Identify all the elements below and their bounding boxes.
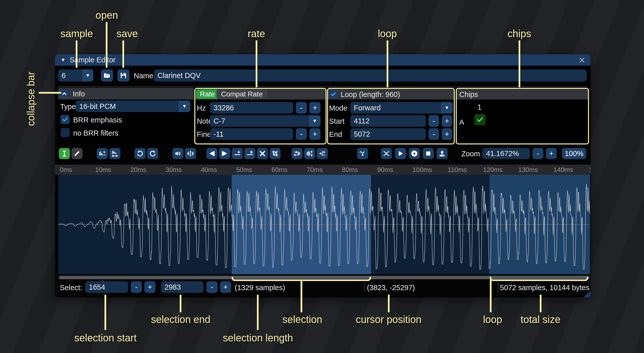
- save-sample-button[interactable]: [117, 69, 129, 82]
- time-ruler[interactable]: 0ms10ms20ms30ms40ms50ms60ms70ms80ms90ms1…: [55, 165, 591, 175]
- ruler-tick: 50ms: [236, 166, 252, 174]
- annotation-selection-start: selection start: [74, 332, 137, 344]
- chevron-down-icon[interactable]: ▼: [441, 102, 453, 114]
- window-resize-grip[interactable]: [583, 290, 591, 297]
- resize-button[interactable]: [97, 148, 108, 159]
- annotation-line-selection-length: [257, 295, 259, 330]
- hz-plus-button[interactable]: +: [309, 102, 320, 114]
- upload-to-device-button[interactable]: [437, 148, 448, 159]
- stop-preview-button[interactable]: [423, 148, 434, 159]
- delete-button[interactable]: [257, 148, 268, 159]
- trim-button[interactable]: [270, 148, 281, 159]
- zoom-reset-button[interactable]: 100%: [562, 148, 586, 159]
- zoom-input[interactable]: 41.1672%: [482, 148, 530, 159]
- annotation-bracket-loop: [490, 277, 588, 281]
- edit-mode-select-button[interactable]: [59, 148, 70, 159]
- loop-section-header: Loop (length: 960): [328, 89, 454, 99]
- resample-button[interactable]: [109, 148, 120, 159]
- loop-end-input[interactable]: 5072: [350, 128, 426, 140]
- ruler-tick: 20ms: [130, 166, 146, 174]
- sample-number-dropdown[interactable]: 6 ▼: [58, 69, 93, 82]
- loop-mode-dropdown[interactable]: Forward ▼: [350, 102, 453, 114]
- preview-button[interactable]: [395, 148, 406, 159]
- fine-value: -11: [213, 130, 224, 138]
- selection-end-minus-button[interactable]: -: [206, 281, 218, 293]
- annotation-line-selection: [301, 280, 302, 312]
- no-brr-filters-checkbox[interactable]: [61, 128, 70, 137]
- fine-minus-button[interactable]: -: [296, 128, 307, 140]
- amplify-button[interactable]: [172, 148, 183, 159]
- divider: [58, 87, 587, 87]
- selection-start-input[interactable]: 1654: [85, 281, 128, 293]
- fade-out-icon: [221, 150, 228, 157]
- rate-section: Rate Compat Rate Hz 33286 - + Note C-7 ▼…: [194, 88, 327, 144]
- selection-start-value: 1654: [89, 283, 105, 291]
- annotation-line-open: [106, 22, 108, 68]
- zoom-out-button[interactable]: -: [532, 148, 543, 159]
- insert-silence-button[interactable]: [232, 148, 243, 159]
- normalize-button[interactable]: [185, 148, 196, 159]
- compat-rate-tab[interactable]: Compat Rate: [217, 89, 267, 99]
- loop-end-minus-button[interactable]: -: [428, 128, 439, 140]
- waveform-display[interactable]: [58, 175, 590, 274]
- normalize-icon: [187, 150, 194, 157]
- check-icon: [330, 91, 337, 97]
- ruler-tick: 120ms: [483, 166, 503, 174]
- chip-enable-toggle[interactable]: [474, 114, 486, 125]
- hz-minus-button[interactable]: -: [296, 102, 307, 114]
- selection-end-plus-button[interactable]: +: [220, 281, 231, 293]
- ruler-tick: 130ms: [518, 166, 538, 174]
- loop-enable-checkbox[interactable]: [329, 90, 338, 98]
- loop-start-input[interactable]: 4112: [350, 115, 426, 127]
- fade-in-button[interactable]: [206, 148, 218, 159]
- note-dropdown[interactable]: C-7 ▼: [210, 115, 320, 127]
- filter-icon: [359, 150, 366, 157]
- silence-insert-icon: [233, 150, 241, 157]
- window-titlebar[interactable]: ▼ Sample Editor: [55, 54, 591, 66]
- check-icon: [476, 116, 484, 124]
- chevron-down-icon[interactable]: ▼: [82, 69, 93, 82]
- loop-start-value: 4112: [354, 117, 369, 125]
- loop-start-plus-button[interactable]: +: [442, 115, 452, 127]
- close-button[interactable]: [577, 56, 586, 65]
- ruler-tick: 0ms: [60, 166, 72, 174]
- brr-emphasis-checkbox[interactable]: [61, 115, 70, 124]
- loop-end-plus-button[interactable]: +: [442, 128, 452, 140]
- hz-input[interactable]: 33286: [210, 102, 293, 114]
- annotation-line-loop-bottom: [490, 280, 492, 312]
- zoom-in-button[interactable]: +: [546, 148, 557, 159]
- crossfade-loop-button[interactable]: [381, 148, 392, 159]
- loop-start-label: Start: [329, 117, 344, 125]
- edit-mode-draw-button[interactable]: [71, 148, 83, 159]
- sample-name-input[interactable]: Clarinet DQV: [154, 69, 587, 82]
- chevron-down-icon[interactable]: ▼: [179, 100, 190, 112]
- silence-apply-icon: [246, 150, 254, 157]
- sample-type-dropdown[interactable]: 16-bit PCM ▼: [76, 100, 190, 112]
- apply-silence-button[interactable]: [244, 148, 255, 159]
- info-collapse-button[interactable]: [60, 89, 69, 98]
- redo-button[interactable]: [147, 148, 158, 159]
- invert-icon: [306, 150, 313, 157]
- selection-end-input[interactable]: 2983: [161, 281, 203, 293]
- selection-start-plus-button[interactable]: +: [144, 281, 155, 293]
- apply-filter-button[interactable]: [357, 148, 368, 159]
- open-sample-button[interactable]: [101, 69, 113, 82]
- selection-end-value: 2983: [165, 283, 181, 291]
- selection-start-minus-button[interactable]: -: [131, 281, 142, 293]
- loop-section: Loop (length: 960) Mode Forward ▼ Start …: [327, 88, 455, 144]
- fine-input[interactable]: -11: [210, 128, 293, 140]
- sample-type-value: 16-bit PCM: [79, 102, 116, 111]
- collapse-window-icon[interactable]: ▼: [61, 57, 66, 63]
- preview-selection-button[interactable]: [409, 148, 420, 159]
- undo-button[interactable]: [135, 148, 146, 159]
- fade-out-button[interactable]: [219, 148, 230, 159]
- ruler-tick: 70ms: [307, 166, 323, 174]
- divider: [498, 282, 498, 292]
- invert-button[interactable]: [304, 148, 315, 159]
- chevron-down-icon[interactable]: ▼: [309, 115, 320, 127]
- fine-plus-button[interactable]: +: [309, 128, 320, 140]
- signed-unsigned-button[interactable]: [317, 148, 328, 159]
- loop-start-minus-button[interactable]: -: [428, 115, 439, 127]
- reverse-button[interactable]: [291, 148, 303, 159]
- loop-end-label: End: [329, 130, 342, 139]
